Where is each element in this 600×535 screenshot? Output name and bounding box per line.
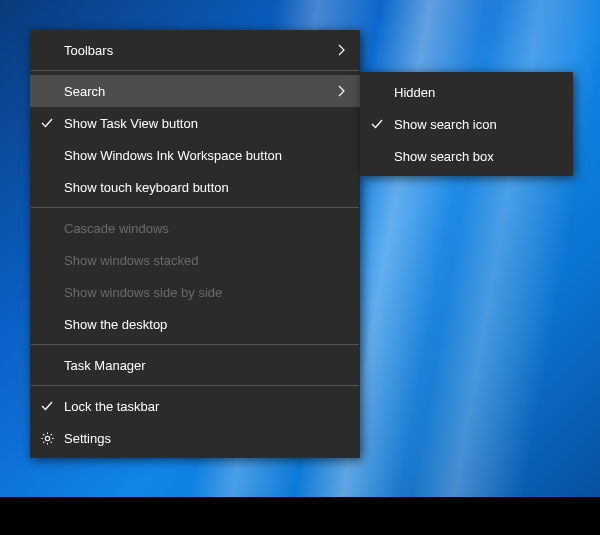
menu-label: Task Manager [64, 358, 328, 373]
menu-item-show-touch-keyboard[interactable]: Show touch keyboard button [30, 171, 360, 203]
menu-label: Show the desktop [64, 317, 328, 332]
menu-item-settings[interactable]: Settings [30, 422, 360, 454]
menu-separator [31, 344, 359, 345]
menu-item-show-ink-workspace[interactable]: Show Windows Ink Workspace button [30, 139, 360, 171]
checkmark-icon [360, 117, 394, 131]
checkmark-icon [30, 116, 64, 130]
menu-separator [31, 385, 359, 386]
menu-label: Show windows side by side [64, 285, 328, 300]
menu-item-show-side-by-side: Show windows side by side [30, 276, 360, 308]
desktop-background: Toolbars Search Show Task View button Sh… [0, 0, 600, 535]
menu-item-search[interactable]: Search [30, 75, 360, 107]
submenu-chevron-icon [328, 44, 346, 56]
search-submenu: Hidden Show search icon Show search box [360, 72, 573, 176]
menu-item-show-stacked: Show windows stacked [30, 244, 360, 276]
menu-label: Toolbars [64, 43, 328, 58]
menu-item-lock-taskbar[interactable]: Lock the taskbar [30, 390, 360, 422]
menu-label: Lock the taskbar [64, 399, 328, 414]
menu-label: Show search icon [394, 117, 559, 132]
menu-item-show-task-view[interactable]: Show Task View button [30, 107, 360, 139]
menu-separator [31, 70, 359, 71]
menu-label: Show Windows Ink Workspace button [64, 148, 328, 163]
menu-label: Show Task View button [64, 116, 328, 131]
submenu-item-show-search-box[interactable]: Show search box [360, 140, 573, 172]
menu-item-task-manager[interactable]: Task Manager [30, 349, 360, 381]
taskbar[interactable] [0, 497, 600, 535]
checkmark-icon [30, 399, 64, 413]
menu-item-show-desktop[interactable]: Show the desktop [30, 308, 360, 340]
menu-label: Hidden [394, 85, 559, 100]
submenu-item-hidden[interactable]: Hidden [360, 76, 573, 108]
menu-label: Search [64, 84, 328, 99]
menu-item-toolbars[interactable]: Toolbars [30, 34, 360, 66]
submenu-chevron-icon [328, 85, 346, 97]
menu-label: Show search box [394, 149, 559, 164]
menu-label: Show touch keyboard button [64, 180, 328, 195]
menu-item-cascade-windows: Cascade windows [30, 212, 360, 244]
menu-label: Cascade windows [64, 221, 328, 236]
gear-icon [30, 431, 64, 446]
taskbar-context-menu: Toolbars Search Show Task View button Sh… [30, 30, 360, 458]
submenu-item-show-search-icon[interactable]: Show search icon [360, 108, 573, 140]
svg-point-0 [45, 436, 49, 440]
menu-separator [31, 207, 359, 208]
menu-label: Show windows stacked [64, 253, 328, 268]
menu-label: Settings [64, 431, 328, 446]
